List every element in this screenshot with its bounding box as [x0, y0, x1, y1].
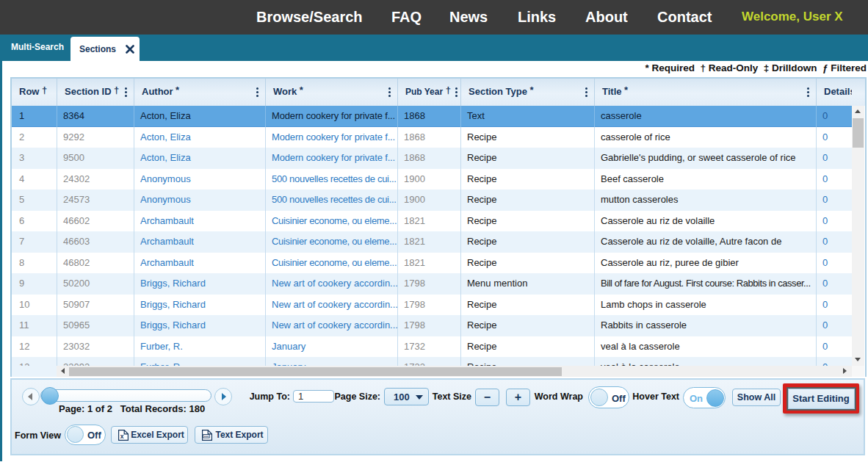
svg-text:x: x [120, 433, 124, 440]
svg-text:csv: csv [204, 435, 209, 438]
